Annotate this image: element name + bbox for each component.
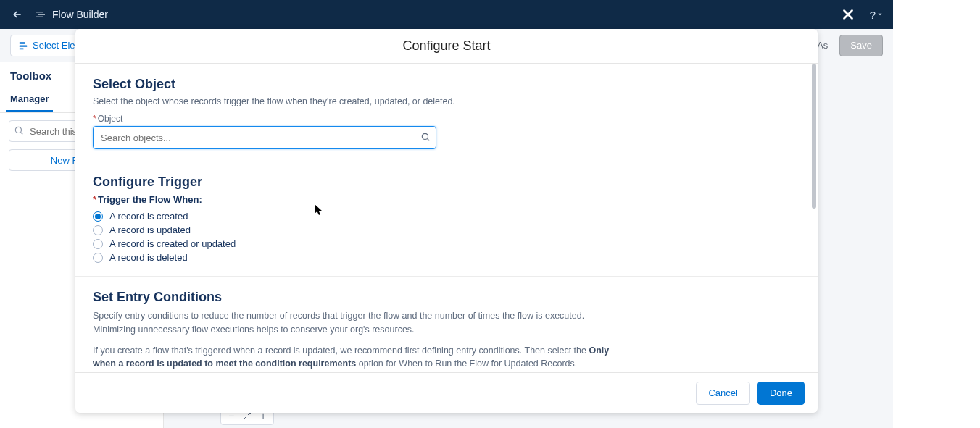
entry-conditions-heading: Set Entry Conditions	[93, 290, 800, 305]
object-field-label: *Object	[93, 114, 800, 124]
configure-trigger-heading: Configure Trigger	[93, 175, 800, 190]
radio-icon	[93, 225, 103, 235]
trigger-radio-group: *Trigger the Flow When: A record is crea…	[93, 194, 800, 264]
entry-conditions-text: Specify entry conditions to reduce the n…	[93, 309, 629, 371]
modal-body: Select Object Select the object whose re…	[75, 64, 818, 372]
select-object-description: Select the object whose records trigger …	[93, 96, 800, 106]
trigger-label: *Trigger the Flow When:	[93, 194, 800, 205]
trigger-option[interactable]: A record is created or updated	[93, 237, 800, 251]
trigger-option[interactable]: A record is created	[93, 209, 800, 223]
entry-conditions-section: Set Entry Conditions Specify entry condi…	[75, 277, 818, 372]
letterbox-right	[893, 0, 980, 428]
trigger-option-label: A record is created	[109, 211, 188, 222]
object-combobox	[93, 126, 436, 149]
trigger-option[interactable]: A record is deleted	[93, 251, 800, 264]
search-icon	[420, 132, 431, 144]
trigger-option-label: A record is deleted	[109, 252, 188, 263]
object-input[interactable]	[93, 126, 436, 149]
trigger-option-label: A record is updated	[109, 225, 191, 235]
configure-start-modal: Configure Start Select Object Select the…	[75, 29, 818, 413]
radio-icon	[93, 211, 103, 222]
select-object-section: Select Object Select the object whose re…	[75, 64, 818, 161]
trigger-option-label: A record is created or updated	[109, 238, 236, 249]
radio-icon	[93, 253, 103, 263]
cancel-button[interactable]: Cancel	[696, 382, 749, 405]
done-button[interactable]: Done	[757, 382, 805, 405]
entry-p2: If you create a flow that's triggered wh…	[93, 344, 629, 372]
trigger-option[interactable]: A record is updated	[93, 223, 800, 237]
svg-point-4	[422, 133, 428, 139]
modal-title: Configure Start	[75, 29, 818, 64]
entry-p1: Specify entry conditions to reduce the n…	[93, 309, 629, 337]
modal-footer: Cancel Done	[75, 372, 818, 413]
select-object-heading: Select Object	[93, 77, 800, 92]
configure-trigger-section: Configure Trigger *Trigger the Flow When…	[75, 161, 818, 277]
radio-icon	[93, 239, 103, 249]
